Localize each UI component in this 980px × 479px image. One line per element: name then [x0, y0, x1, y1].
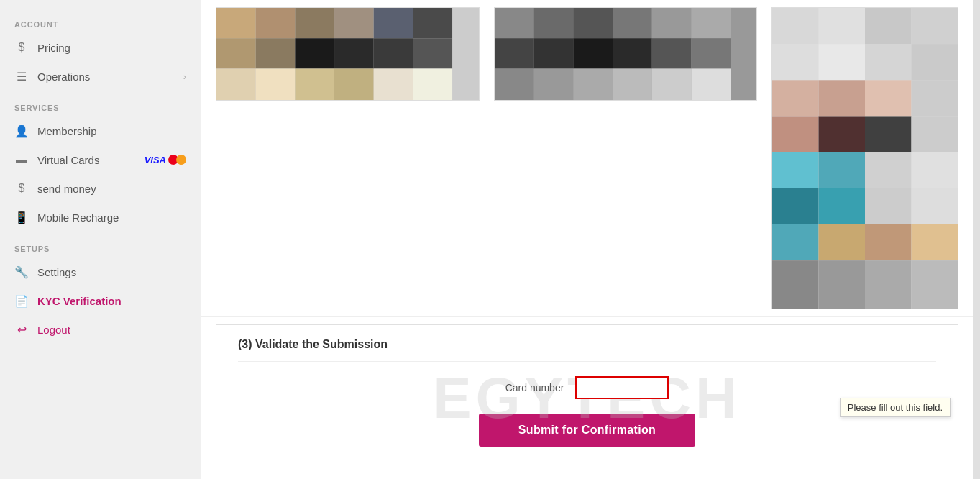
sidebar-item-settings-label: Settings [37, 266, 186, 278]
services-section-label: SERVICES [0, 91, 201, 117]
svg-rect-3 [334, 8, 374, 38]
svg-rect-17 [413, 68, 452, 100]
validate-title: (3) Validate the Submission [238, 338, 936, 362]
svg-rect-64 [772, 260, 819, 309]
person-icon: 👤 [14, 124, 29, 138]
sidebar-item-virtual-cards-label: Virtual Cards [37, 154, 130, 166]
svg-rect-18 [495, 8, 534, 38]
svg-rect-65 [819, 260, 866, 309]
svg-rect-27 [613, 38, 652, 68]
send-money-icon: $ [14, 181, 29, 196]
svg-rect-22 [651, 8, 691, 38]
card-number-label: Card number [505, 382, 564, 393]
svg-rect-37 [819, 8, 866, 44]
sidebar-item-logout-label: Logout [37, 324, 186, 336]
svg-rect-66 [865, 260, 912, 309]
watermark-area: EGYTECH (3) Validate the Submission Card… [201, 317, 973, 479]
svg-rect-54 [865, 152, 912, 188]
svg-rect-43 [912, 44, 958, 80]
svg-rect-8 [295, 38, 334, 68]
svg-rect-16 [374, 68, 413, 100]
validation-tooltip: Please fill out this field. [840, 398, 951, 417]
svg-rect-14 [295, 68, 334, 100]
svg-rect-7 [256, 38, 296, 68]
card-icon: ▬ [14, 152, 29, 167]
submit-button[interactable]: Submit for Confirmation [479, 414, 695, 447]
left-pixelated-svg [216, 8, 479, 100]
sidebar-item-mobile-recharge[interactable]: 📱 Mobile Recharge [0, 203, 201, 232]
svg-rect-44 [772, 80, 819, 116]
scrollbar[interactable] [973, 0, 980, 479]
sidebar-item-pricing[interactable]: $ Pricing [0, 33, 201, 62]
sidebar-item-kyc[interactable]: 📄 KYC Verification [0, 286, 201, 315]
center-document-image [494, 7, 758, 101]
svg-rect-11 [413, 38, 452, 68]
svg-rect-10 [374, 38, 413, 68]
mastercard-orange-circle [176, 155, 186, 165]
svg-rect-23 [691, 8, 731, 38]
submit-row: Submit for Confirmation [238, 414, 936, 447]
svg-rect-9 [334, 38, 374, 68]
svg-rect-58 [865, 188, 912, 224]
sidebar-item-operations[interactable]: ☰ Operations › [0, 62, 201, 91]
sidebar-item-virtual-cards[interactable]: ▬ Virtual Cards VISA [0, 145, 201, 174]
dollar-icon: $ [14, 40, 29, 55]
svg-rect-24 [495, 38, 534, 68]
svg-rect-33 [613, 68, 652, 100]
svg-rect-53 [819, 152, 866, 188]
card-number-input[interactable] [575, 376, 669, 399]
mobile-icon: 📱 [14, 210, 29, 224]
svg-rect-55 [912, 152, 958, 188]
right-document-image [771, 7, 958, 309]
svg-rect-60 [772, 224, 819, 260]
list-icon: ☰ [14, 69, 29, 83]
sidebar-item-pricing-label: Pricing [37, 42, 186, 54]
tooltip-text: Please fill out this field. [848, 402, 943, 413]
main-content: EGYTECH (3) Validate the Submission Card… [201, 0, 973, 479]
wrench-icon: 🔧 [14, 265, 29, 279]
svg-rect-20 [573, 8, 613, 38]
svg-rect-41 [819, 44, 866, 80]
svg-rect-19 [533, 8, 573, 38]
svg-rect-42 [865, 44, 912, 80]
svg-rect-57 [819, 188, 866, 224]
svg-rect-56 [772, 188, 819, 224]
svg-rect-40 [772, 44, 819, 80]
left-document-image [216, 7, 480, 101]
validate-section: (3) Validate the Submission Card number … [216, 324, 958, 465]
svg-rect-21 [613, 8, 652, 38]
kyc-icon: 📄 [14, 293, 29, 308]
svg-rect-36 [772, 8, 819, 44]
svg-rect-45 [819, 80, 866, 116]
chevron-right-icon: › [183, 71, 186, 82]
svg-rect-67 [912, 260, 958, 309]
visa-logo: VISA [145, 155, 166, 165]
sidebar-item-settings[interactable]: 🔧 Settings [0, 257, 201, 286]
svg-rect-39 [912, 8, 958, 44]
svg-rect-63 [912, 224, 958, 260]
svg-rect-30 [495, 68, 534, 100]
svg-rect-4 [374, 8, 413, 38]
sidebar-item-operations-label: Operations [37, 70, 175, 83]
svg-rect-62 [865, 224, 912, 260]
setups-section-label: SETUPS [0, 232, 201, 257]
svg-rect-1 [256, 8, 296, 38]
sidebar-item-send-money-label: send money [37, 183, 186, 195]
svg-rect-0 [216, 8, 256, 38]
svg-rect-6 [216, 38, 256, 68]
svg-rect-49 [819, 116, 866, 152]
account-section-label: ACCOUNT [0, 7, 201, 33]
svg-rect-32 [573, 68, 613, 100]
svg-rect-48 [772, 116, 819, 152]
svg-rect-59 [912, 188, 958, 224]
svg-rect-29 [691, 38, 731, 68]
svg-rect-12 [216, 68, 256, 100]
sidebar-item-membership[interactable]: 👤 Membership [0, 117, 201, 145]
sidebar-item-kyc-label: KYC Verification [37, 295, 186, 307]
svg-rect-28 [651, 38, 691, 68]
sidebar-item-send-money[interactable]: $ send money [0, 174, 201, 203]
payment-logos: VISA [145, 155, 186, 165]
svg-rect-47 [912, 80, 958, 116]
sidebar-item-logout[interactable]: ↩ Logout [0, 315, 201, 344]
svg-rect-38 [865, 8, 912, 44]
